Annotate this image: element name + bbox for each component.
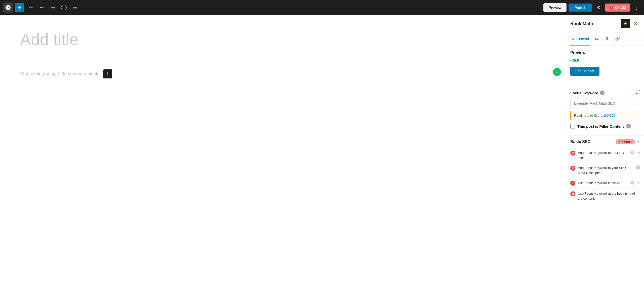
more-options-button[interactable]: ⋮ bbox=[632, 3, 641, 12]
chevron-up-icon: ∧ bbox=[637, 140, 640, 144]
info-button[interactable]: i bbox=[59, 3, 68, 12]
pillar-content-checkbox[interactable] bbox=[570, 124, 575, 128]
score-link[interactable]: Score 100/100 bbox=[594, 114, 615, 117]
main-area: G Add title Start writing or type / to c… bbox=[0, 15, 644, 308]
gear-tab-icon: ⚙ bbox=[571, 36, 575, 41]
error-icon-url: ✕ bbox=[570, 181, 575, 186]
tools-button[interactable]: ✏ bbox=[26, 3, 35, 12]
seo-check-url-text: Use Focus Keyword in the URL. bbox=[578, 181, 628, 186]
add-block-inline-button[interactable]: + bbox=[103, 69, 112, 78]
info-icon: i bbox=[61, 5, 67, 10]
error-icon-meta-desc: ✕ bbox=[570, 166, 575, 171]
social-tab-icon: 🗂 bbox=[595, 37, 599, 41]
redo-button[interactable]: ↪ bbox=[48, 3, 57, 12]
seo-check-meta-desc-text: Add Focus Keyword to your SEO Meta Descr… bbox=[578, 165, 633, 175]
list-icon: ☰ bbox=[73, 5, 77, 10]
advanced-tab-icon: 🔗 bbox=[615, 36, 620, 41]
seo-check-url-ext[interactable]: ↗ bbox=[637, 181, 640, 185]
focus-keyword-input[interactable] bbox=[570, 99, 640, 108]
panel-star-button[interactable]: ★ bbox=[621, 19, 630, 28]
error-x-icon: ✕ bbox=[618, 140, 621, 144]
toolbar: + ✏ ↩ ↪ i ☰ Preview Publish ⚙ 🚀 0 / 100 … bbox=[0, 0, 644, 15]
pillar-content-row: This post is Pillar Content ? bbox=[570, 124, 640, 128]
focus-keyword-label: Focus Keyword bbox=[570, 91, 598, 95]
tab-schema[interactable]: 🖥 bbox=[604, 35, 610, 43]
tab-general-label: General bbox=[576, 37, 589, 41]
error-icon-seo-title: ✕ bbox=[570, 151, 575, 156]
pillar-help-icon[interactable]: ? bbox=[626, 124, 631, 128]
errors-badge: ✕ 6 Errors bbox=[616, 139, 635, 144]
settings-button[interactable]: ⚙ bbox=[594, 3, 603, 12]
tab-social[interactable]: 🗂 bbox=[594, 35, 600, 43]
redo-icon: ↪ bbox=[51, 5, 55, 10]
seo-check-meta-desc: ✕ Add Focus Keyword to your SEO Meta Des… bbox=[570, 163, 640, 178]
publish-button[interactable]: Publish bbox=[569, 4, 592, 12]
focus-keyword-header: Focus Keyword ? 📈 bbox=[570, 90, 640, 96]
seo-check-seo-title-help[interactable]: ? bbox=[630, 150, 634, 154]
post-title-input[interactable]: Add title bbox=[20, 30, 546, 49]
preview-section-label: Preview bbox=[570, 51, 640, 55]
undo-button[interactable]: ↩ bbox=[37, 3, 46, 12]
focus-keyword-help-icon[interactable]: ? bbox=[600, 91, 605, 95]
more-icon: ⋮ bbox=[634, 5, 639, 11]
rank-math-score-button[interactable]: 🚀 0 / 100 bbox=[605, 4, 630, 12]
basic-seo-header[interactable]: Basic SEO ✕ 6 Errors ∧ bbox=[566, 136, 644, 148]
trend-icon[interactable]: 📈 bbox=[634, 90, 640, 96]
errors-count: 6 Errors bbox=[622, 140, 632, 144]
toolbar-right: Preview Publish ⚙ 🚀 0 / 100 ⋮ bbox=[543, 3, 641, 12]
seo-check-url: ✕ Use Focus Keyword in the URL. ? ↗ bbox=[570, 178, 640, 189]
preview-link[interactable]: - test bbox=[570, 58, 640, 63]
tab-advanced[interactable]: 🔗 bbox=[614, 34, 621, 43]
seo-check-seo-title-text: Add Focus Keyword to the SEO title. bbox=[578, 150, 628, 160]
panel-tabs: ⚙ General 🗂 🖥 🔗 bbox=[566, 32, 644, 46]
panel-general-content: Preview - test Edit Snippet Focus Keywor… bbox=[566, 46, 644, 136]
seo-check-content-start-text: Use Focus Keyword at the beginning of th… bbox=[578, 191, 640, 201]
pencil-icon: ✏ bbox=[29, 5, 33, 10]
seo-check-seo-title-ext[interactable]: ↗ bbox=[637, 150, 640, 154]
seo-checks-list: ✕ Add Focus Keyword to the SEO title. ? … bbox=[566, 148, 644, 207]
panel-close-button[interactable]: ✕ bbox=[631, 19, 640, 28]
editor-divider bbox=[20, 59, 546, 59]
basic-seo-title: Basic SEO bbox=[570, 140, 616, 144]
list-view-button[interactable]: ☰ bbox=[70, 3, 79, 12]
rank-math-panel: Rank Math ★ ✕ ⚙ General 🗂 🖥 🔗 Preview bbox=[566, 15, 644, 308]
focus-keyword-tip: Read here to Score 100/100 bbox=[570, 111, 640, 120]
pillar-content-label: This post is Pillar Content bbox=[577, 124, 624, 128]
panel-header: Rank Math ★ ✕ bbox=[566, 15, 644, 32]
undo-icon: ↩ bbox=[40, 5, 44, 10]
wp-logo-button[interactable] bbox=[3, 3, 13, 13]
seo-check-url-help[interactable]: ? bbox=[630, 181, 634, 185]
tip-text: Read here to bbox=[574, 114, 594, 117]
schema-tab-icon: 🖥 bbox=[605, 37, 609, 41]
tab-general[interactable]: ⚙ General bbox=[570, 34, 590, 43]
preview-divider bbox=[570, 86, 640, 86]
rocket-icon: 🚀 bbox=[609, 6, 614, 10]
preview-button[interactable]: Preview bbox=[543, 3, 567, 12]
seo-check-meta-desc-help[interactable]: ? bbox=[636, 165, 640, 169]
panel-title: Rank Math bbox=[570, 21, 621, 26]
editor-area: G Add title Start writing or type / to c… bbox=[0, 15, 566, 308]
seo-check-content-start: ✕ Use Focus Keyword at the beginning of … bbox=[570, 189, 640, 203]
grammarly-widget[interactable]: G bbox=[553, 68, 561, 76]
seo-check-seo-title: ✕ Add Focus Keyword to the SEO title. ? … bbox=[570, 148, 640, 163]
score-value: 0 / 100 bbox=[615, 6, 626, 10]
grammarly-icon: G bbox=[553, 68, 561, 76]
add-block-toolbar-button[interactable]: + bbox=[15, 3, 24, 12]
error-icon-content-start: ✕ bbox=[570, 191, 575, 196]
gear-icon: ⚙ bbox=[596, 5, 601, 11]
editor-content-area[interactable]: Start writing or type / to choose a bloc… bbox=[20, 69, 546, 78]
content-placeholder: Start writing or type / to choose a bloc… bbox=[20, 71, 98, 77]
edit-snippet-button[interactable]: Edit Snippet bbox=[570, 67, 599, 76]
